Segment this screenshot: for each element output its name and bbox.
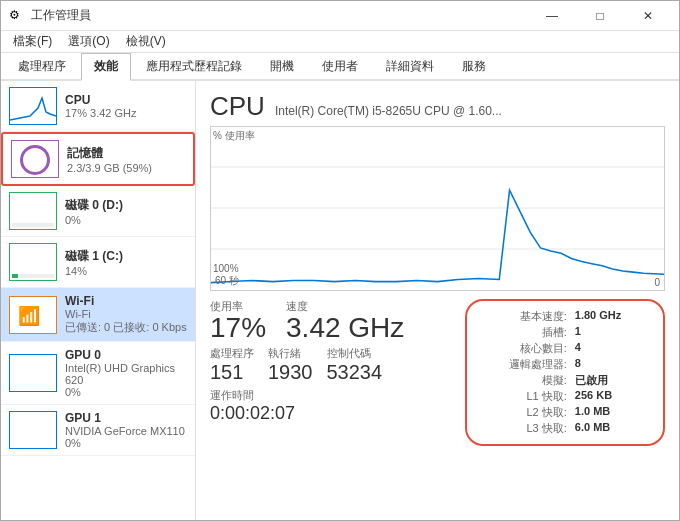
wifi-label: Wi-Fi bbox=[65, 294, 187, 308]
sidebar-item-cpu[interactable]: CPU 17% 3.42 GHz bbox=[1, 81, 195, 132]
threads-label: 執行緒 bbox=[268, 346, 313, 361]
runtime-value: 0:00:02:07 bbox=[210, 403, 451, 424]
disk1-fill bbox=[12, 274, 18, 278]
gpu1-sub2: 0% bbox=[65, 437, 187, 449]
sidebar-item-gpu1[interactable]: GPU 1 NVIDIA GeForce MX110 0% bbox=[1, 405, 195, 456]
tab-app-history[interactable]: 應用程式歷程記錄 bbox=[133, 53, 255, 79]
disk0-info: 磁碟 0 (D:) 0% bbox=[65, 197, 187, 226]
wifi-sub1: Wi-Fi bbox=[65, 308, 187, 320]
menu-file[interactable]: 檔案(F) bbox=[5, 31, 60, 52]
gpu1-sub1: NVIDIA GeForce MX110 bbox=[65, 425, 187, 437]
threads-stat: 執行緒 1930 bbox=[268, 346, 313, 384]
title-bar-left: ⚙ 工作管理員 bbox=[9, 7, 91, 24]
handles-stat: 控制代碼 53234 bbox=[327, 346, 383, 384]
chart-y-right: 100% bbox=[213, 263, 662, 274]
threads-value: 1930 bbox=[268, 361, 313, 384]
virtualization-value: 已啟用 bbox=[575, 373, 649, 388]
content-area: CPU 17% 3.42 GHz 記憶體 2.3/3.9 GB (59%) bbox=[1, 81, 679, 520]
all-stats-area: 使用率 17% 速度 3.42 GHz 處理程序 151 bbox=[210, 299, 665, 446]
l3-value: 6.0 MB bbox=[575, 421, 649, 436]
disk0-mini-graph bbox=[9, 192, 57, 230]
cpu-mini-graph bbox=[9, 87, 57, 125]
usage-stat: 使用率 17% bbox=[210, 299, 266, 342]
cores-value: 4 bbox=[575, 341, 649, 356]
tab-processes[interactable]: 處理程序 bbox=[5, 53, 79, 79]
usage-value: 17% bbox=[210, 314, 266, 342]
base-speed-value: 1.80 GHz bbox=[575, 309, 649, 324]
memory-label: 記憶體 bbox=[67, 145, 185, 162]
speed-value: 3.42 GHz bbox=[286, 314, 404, 342]
menu-options[interactable]: 選項(O) bbox=[60, 31, 117, 52]
window-title: 工作管理員 bbox=[31, 7, 91, 24]
gpu1-info: GPU 1 NVIDIA GeForce MX110 0% bbox=[65, 411, 187, 449]
processes-stat: 處理程序 151 bbox=[210, 346, 254, 384]
disk0-bar bbox=[12, 223, 54, 227]
wifi-info: Wi-Fi Wi-Fi 已傳送: 0 已接收: 0 Kbps bbox=[65, 294, 187, 335]
sidebar-item-disk1[interactable]: 磁碟 1 (C:) 14% bbox=[1, 237, 195, 288]
disk1-bar bbox=[12, 274, 54, 278]
chart-x-left: 60 秒 bbox=[215, 274, 239, 288]
window: ⚙ 工作管理員 — □ ✕ 檔案(F) 選項(O) 檢視(V) 處理程序 效能 … bbox=[0, 0, 680, 521]
gpu1-label: GPU 1 bbox=[65, 411, 187, 425]
minimize-button[interactable]: — bbox=[529, 2, 575, 30]
wifi-mini-graph: 📶 bbox=[9, 296, 57, 334]
app-icon: ⚙ bbox=[9, 8, 25, 24]
disk1-mini-graph bbox=[9, 243, 57, 281]
chart-y-label: % 使用率 bbox=[213, 129, 255, 143]
disk0-label: 磁碟 0 (D:) bbox=[65, 197, 187, 214]
maximize-button[interactable]: □ bbox=[577, 2, 623, 30]
processes-label: 處理程序 bbox=[210, 346, 254, 361]
disk1-label: 磁碟 1 (C:) bbox=[65, 248, 187, 265]
tab-details[interactable]: 詳細資料 bbox=[373, 53, 447, 79]
runtime-label: 運作時間 bbox=[210, 388, 451, 403]
disk0-sub: 0% bbox=[65, 214, 187, 226]
tab-startup[interactable]: 開機 bbox=[257, 53, 307, 79]
logical-label: 邏輯處理器: bbox=[481, 357, 567, 372]
right-stats-box: 基本速度: 1.80 GHz 插槽: 1 核心數目: 4 邏輯處理器: 8 模擬… bbox=[465, 299, 665, 446]
l2-label: L2 快取: bbox=[481, 405, 567, 420]
cpu-sub: 17% 3.42 GHz bbox=[65, 107, 187, 119]
runtime-stat: 運作時間 0:00:02:07 bbox=[210, 388, 451, 424]
gpu0-info: GPU 0 Intel(R) UHD Graphics 620 0% bbox=[65, 348, 187, 398]
right-stats-grid: 基本速度: 1.80 GHz 插槽: 1 核心數目: 4 邏輯處理器: 8 模擬… bbox=[481, 309, 649, 436]
gpu1-mini-graph bbox=[9, 411, 57, 449]
l2-value: 1.0 MB bbox=[575, 405, 649, 420]
cpu-chart: % 使用率 100% 60 秒 0 bbox=[210, 126, 665, 291]
gpu0-mini-graph bbox=[9, 354, 57, 392]
tab-users[interactable]: 使用者 bbox=[309, 53, 371, 79]
base-speed-label: 基本速度: bbox=[481, 309, 567, 324]
sidebar-item-disk0[interactable]: 磁碟 0 (D:) 0% bbox=[1, 186, 195, 237]
gpu0-label: GPU 0 bbox=[65, 348, 187, 362]
cpu-label: CPU bbox=[65, 93, 187, 107]
title-controls: — □ ✕ bbox=[529, 2, 671, 30]
left-stats: 使用率 17% 速度 3.42 GHz 處理程序 151 bbox=[210, 299, 451, 446]
l1-value: 256 KB bbox=[575, 389, 649, 404]
main-panel: CPU Intel(R) Core(TM) i5-8265U CPU @ 1.6… bbox=[196, 81, 679, 520]
main-title: CPU bbox=[210, 91, 265, 122]
memory-info: 記憶體 2.3/3.9 GB (59%) bbox=[67, 145, 185, 174]
memory-pie bbox=[20, 145, 50, 175]
tab-performance[interactable]: 效能 bbox=[81, 53, 131, 81]
disk1-info: 磁碟 1 (C:) 14% bbox=[65, 248, 187, 277]
sidebar-item-gpu0[interactable]: GPU 0 Intel(R) UHD Graphics 620 0% bbox=[1, 342, 195, 405]
cores-label: 核心數目: bbox=[481, 341, 567, 356]
menu-bar: 檔案(F) 選項(O) 檢視(V) bbox=[1, 31, 679, 53]
l1-label: L1 快取: bbox=[481, 389, 567, 404]
main-subtitle: Intel(R) Core(TM) i5-8265U CPU @ 1.60... bbox=[275, 104, 502, 118]
disk1-sub: 14% bbox=[65, 265, 187, 277]
menu-view[interactable]: 檢視(V) bbox=[118, 31, 174, 52]
sidebar-item-memory[interactable]: 記憶體 2.3/3.9 GB (59%) bbox=[1, 132, 195, 186]
sidebar-item-wifi[interactable]: 📶 Wi-Fi Wi-Fi 已傳送: 0 已接收: 0 Kbps bbox=[1, 288, 195, 342]
sidebar: CPU 17% 3.42 GHz 記憶體 2.3/3.9 GB (59%) bbox=[1, 81, 196, 520]
handles-value: 53234 bbox=[327, 361, 383, 384]
sockets-value: 1 bbox=[575, 325, 649, 340]
l3-label: L3 快取: bbox=[481, 421, 567, 436]
memory-sub: 2.3/3.9 GB (59%) bbox=[67, 162, 185, 174]
sockets-label: 插槽: bbox=[481, 325, 567, 340]
cpu-info: CPU 17% 3.42 GHz bbox=[65, 93, 187, 119]
close-button[interactable]: ✕ bbox=[625, 2, 671, 30]
handles-label: 控制代碼 bbox=[327, 346, 383, 361]
tab-services[interactable]: 服務 bbox=[449, 53, 499, 79]
virtualization-label: 模擬: bbox=[481, 373, 567, 388]
wifi-sub2: 已傳送: 0 已接收: 0 Kbps bbox=[65, 320, 187, 335]
